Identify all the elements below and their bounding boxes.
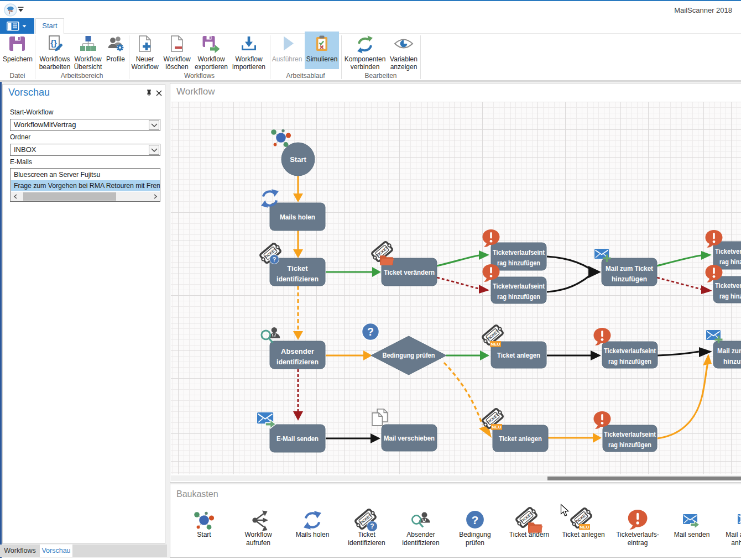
svg-text:hinzufügen: hinzufügen [612,275,647,283]
svg-text:rag hinzufügen: rag hinzufügen [608,357,651,365]
svg-text:Ticketverlaufseint: Ticketverlaufseint [604,347,656,355]
svg-text:Ticketverlaufseint: Ticketverlaufseint [715,281,741,290]
svg-text:E-Mail senden: E-Mail senden [276,435,319,443]
svg-text:identifizieren: identifizieren [276,358,319,366]
svg-text:identifizieren: identifizieren [276,275,319,283]
svg-text:rag hinzufügen: rag hinzufügen [719,292,741,300]
svg-text:Absender: Absender [281,347,314,355]
svg-text:Ticketverlaufseint: Ticketverlaufseint [493,248,545,257]
svg-text:rag hinzufügen: rag hinzufügen [497,259,540,267]
svg-text:hinzufügen: hinzufügen [723,357,741,365]
svg-text:{}: {} [50,38,57,48]
svg-text:Mail zum Ticket: Mail zum Ticket [717,347,741,355]
svg-text:Ticket verändern: Ticket verändern [384,268,435,276]
svg-text:Ticket anlegen: Ticket anlegen [497,351,540,359]
svg-text:rag hinzufügen: rag hinzufügen [497,292,540,301]
svg-text:rag hinzufügen: rag hinzufügen [608,441,651,449]
svg-text:Mail verschieben: Mail verschieben [384,434,435,442]
svg-text:Ticketverlaufseint: Ticketverlaufseint [604,430,656,438]
svg-text:Start: Start [290,155,306,164]
svg-text:Ticketverlaufseint: Ticketverlaufseint [715,247,741,255]
svg-text:Mails holen: Mails holen [280,213,315,221]
svg-text:rag hinzufügen: rag hinzufügen [719,258,741,266]
svg-text:Ticketverlaufseint: Ticketverlaufseint [493,282,545,290]
svg-text:Mail zum Ticket: Mail zum Ticket [606,264,654,273]
svg-text:Bedingung prüfen: Bedingung prüfen [383,352,435,359]
svg-text:Ticket: Ticket [287,264,308,273]
svg-text:Ticket anlegen: Ticket anlegen [499,435,542,443]
